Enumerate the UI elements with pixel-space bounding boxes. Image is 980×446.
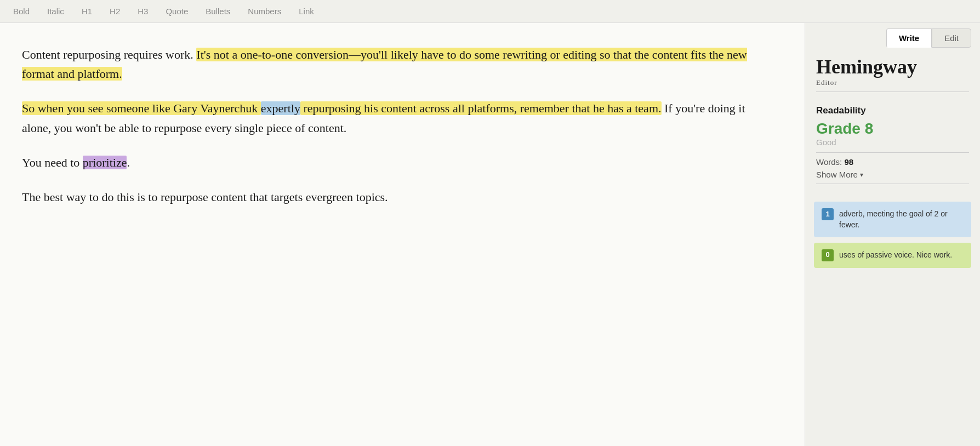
tab-write[interactable]: Write xyxy=(886,28,932,48)
annotation-cards: 1 adverb, meeting the goal of 2 or fewer… xyxy=(805,195,980,275)
para3-highlight-purple: prioritize xyxy=(83,156,127,169)
paragraph-2: So when you see someone like Gary Vayner… xyxy=(22,99,772,137)
card-passive: 0 uses of passive voice. Nice work. xyxy=(814,243,971,268)
toolbar-h3[interactable]: H3 xyxy=(138,7,148,16)
paragraph-3: You need to prioritize. xyxy=(22,153,772,172)
para3-plain-start: You need to xyxy=(22,156,83,169)
grade-value: Grade 8 xyxy=(816,119,969,138)
para1-plain: Content repurposing requires work. xyxy=(22,48,196,61)
toolbar-h1[interactable]: H1 xyxy=(82,7,92,16)
tab-edit[interactable]: Edit xyxy=(932,28,971,48)
toolbar-h2[interactable]: H2 xyxy=(110,7,120,16)
main-layout: Content repurposing requires work. It's … xyxy=(0,23,980,446)
toolbar-bold[interactable]: Bold xyxy=(13,7,30,16)
para2-highlight-yellow-start: So when you see someone like Gary Vayner… xyxy=(22,101,261,115)
toolbar: Bold Italic H1 H2 H3 Quote Bullets Numbe… xyxy=(0,0,980,23)
brand-title: Hemingway xyxy=(816,56,969,78)
readability-section: Readability Grade 8 Good Words: 98 Show … xyxy=(805,101,980,196)
words-count: 98 xyxy=(844,157,853,167)
words-line: Words: 98 xyxy=(816,157,969,167)
editor-area[interactable]: Content repurposing requires work. It's … xyxy=(0,23,805,446)
toolbar-italic[interactable]: Italic xyxy=(47,7,64,16)
para2-highlight-blue: expertly xyxy=(261,101,300,115)
card-adverb-badge: 1 xyxy=(822,208,834,220)
grade-desc: Good xyxy=(816,138,969,147)
para4-text: The best way to do this is to repurpose … xyxy=(22,190,388,204)
paragraph-1: Content repurposing requires work. It's … xyxy=(22,45,772,83)
paragraph-4: The best way to do this is to repurpose … xyxy=(22,187,772,207)
card-adverb-text: adverb, meeting the goal of 2 or fewer. xyxy=(839,208,964,231)
stat-divider-1 xyxy=(816,152,969,153)
brand-divider xyxy=(816,92,969,92)
para3-plain-end: . xyxy=(127,156,130,169)
toolbar-numbers[interactable]: Numbers xyxy=(248,7,281,16)
card-passive-text: uses of passive voice. Nice work. xyxy=(839,249,964,260)
words-prefix: Words: xyxy=(816,157,844,167)
brand-section: Hemingway Editor xyxy=(805,48,980,101)
tab-bar: Write Edit xyxy=(805,23,980,48)
sidebar: Write Edit Hemingway Editor Readability … xyxy=(805,23,980,446)
stat-divider-2 xyxy=(816,184,969,184)
brand-subtitle: Editor xyxy=(816,78,969,87)
para2-highlight-yellow-end: repurposing his content across all platf… xyxy=(300,101,662,115)
toolbar-bullets[interactable]: Bullets xyxy=(206,7,230,16)
card-adverb: 1 adverb, meeting the goal of 2 or fewer… xyxy=(814,202,971,237)
card-passive-badge: 0 xyxy=(822,249,834,261)
readability-label: Readability xyxy=(816,105,969,116)
toolbar-link[interactable]: Link xyxy=(299,7,314,16)
show-more-button[interactable]: Show More xyxy=(816,170,863,179)
toolbar-quote[interactable]: Quote xyxy=(166,7,188,16)
